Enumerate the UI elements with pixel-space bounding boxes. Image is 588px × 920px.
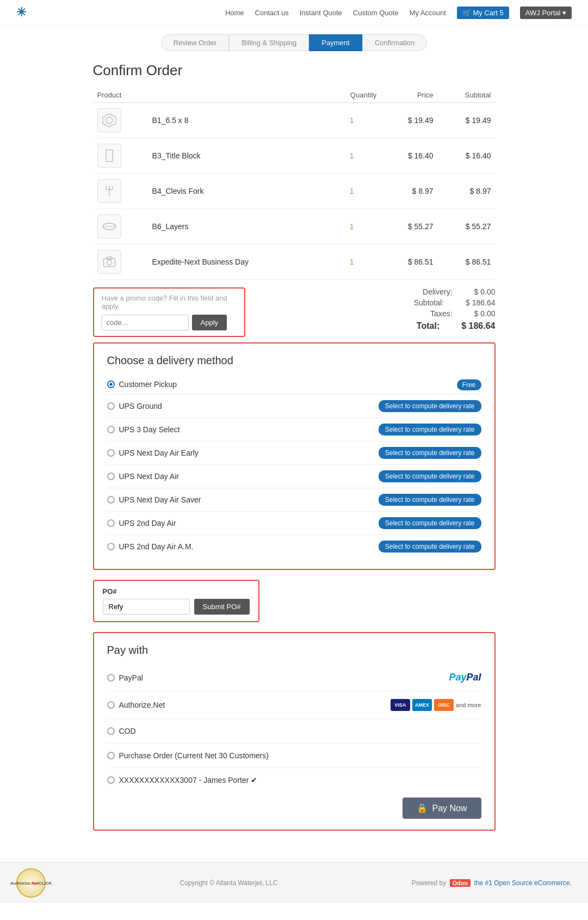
compute-rate-button[interactable]: Select to compute delivery rate — [379, 400, 481, 412]
product-name: B6_Layers — [148, 209, 323, 244]
promo-totals-area: Have a promo code? Fill in this field an… — [93, 287, 496, 337]
authorize-seal: Authorize.NetCLICK — [16, 868, 46, 898]
delivery-option[interactable]: UPS Next Day Air Select to compute deliv… — [107, 465, 481, 488]
delivery-option[interactable]: UPS 2nd Day Air Select to compute delive… — [107, 512, 481, 535]
nav-contact[interactable]: Contact us — [255, 9, 289, 17]
delivery-option-label: UPS Next Day Air Early — [119, 449, 199, 457]
delivery-label: UPS Next Day Air — [107, 472, 179, 481]
payment-radio[interactable] — [107, 674, 115, 682]
product-subtotal: $ 19.49 — [438, 103, 496, 138]
paypal-logo: PayPal — [449, 672, 481, 683]
product-image — [97, 214, 121, 238]
payment-option-label: Authorize.Net — [119, 701, 165, 709]
delivery-option-label: UPS 2nd Day Air — [119, 519, 176, 528]
radio-button[interactable] — [107, 381, 115, 388]
ecommerce-link[interactable]: the #1 Open Source eCommerce. — [474, 879, 572, 887]
product-image — [97, 250, 121, 274]
table-row: B3_Title Block 1 $ 16.40 $ 16.40 — [93, 138, 496, 174]
product-image — [97, 144, 121, 168]
payment-option[interactable]: XXXXXXXXXXXX3007 - James Porter ✔ — [107, 768, 481, 792]
col-price: Price — [381, 88, 437, 103]
product-subtotal: $ 55.27 — [438, 209, 496, 244]
delivery-option[interactable]: UPS Next Day Air Saver Select to compute… — [107, 488, 481, 512]
delivery-option[interactable]: Customer Pickup Free — [107, 375, 481, 395]
delivery-option-right: Select to compute delivery rate — [379, 424, 481, 436]
delivery-option-right: Select to compute delivery rate — [379, 494, 481, 506]
payment-option[interactable]: COD — [107, 719, 481, 744]
cart-button[interactable]: 🛒 My Cart 5 — [457, 7, 509, 19]
compute-rate-button[interactable]: Select to compute delivery rate — [379, 470, 481, 482]
delivery-option-right: Select to compute delivery rate — [379, 400, 481, 412]
apply-button[interactable]: Apply — [192, 315, 227, 330]
payment-radio[interactable] — [107, 727, 115, 735]
submit-po-button[interactable]: Submit PO# — [194, 599, 250, 615]
product-img-cell — [93, 103, 148, 138]
payment-option[interactable]: Authorize.Net VISA AMEX DISC and more — [107, 691, 481, 719]
navbar: ✳ Home Contact us Instant Quote Custom Q… — [0, 0, 588, 26]
compute-rate-button[interactable]: Select to compute delivery rate — [379, 517, 481, 529]
payment-radio[interactable] — [107, 752, 115, 759]
po-input[interactable] — [103, 599, 190, 615]
radio-button[interactable] — [107, 426, 115, 433]
step-payment[interactable]: Payment — [309, 34, 362, 51]
svg-rect-2 — [106, 150, 113, 162]
compute-rate-button[interactable]: Select to compute delivery rate — [379, 447, 481, 459]
payment-option[interactable]: PayPal PayPal — [107, 664, 481, 691]
promo-label: Have a promo code? Fill in this field an… — [102, 294, 237, 310]
payment-radio[interactable] — [107, 701, 115, 709]
delivery-option-label: UPS Next Day Air — [119, 472, 179, 481]
radio-button[interactable] — [107, 496, 115, 504]
card-icons: VISA AMEX DISC and more — [391, 699, 481, 711]
payment-title: Pay with — [107, 644, 481, 657]
nav-home[interactable]: Home — [225, 9, 244, 17]
product-name: B1_6.5 x 8 — [148, 103, 323, 138]
visa-icon: VISA — [391, 699, 410, 711]
payment-option-label: Purchase Order (Current Net 30 Customers… — [119, 751, 269, 760]
promo-input[interactable] — [102, 315, 189, 330]
radio-button[interactable] — [107, 473, 115, 480]
delivery-option-label: Customer Pickup — [119, 380, 177, 389]
payment-option-label: PayPal — [119, 673, 143, 682]
pay-now-label: Pay Now — [432, 804, 467, 813]
delivery-option[interactable]: UPS 2nd Day Air A.M. Select to compute d… — [107, 535, 481, 558]
svg-marker-0 — [103, 114, 116, 127]
total-value: $ 186.64 — [461, 321, 495, 331]
pay-now-button[interactable]: 🔒 Pay Now — [403, 798, 481, 819]
step-billing[interactable]: Billing & Shipping — [229, 34, 309, 51]
radio-button[interactable] — [107, 543, 115, 550]
nav-instant-quote[interactable]: Instant Quote — [300, 9, 342, 17]
portal-button[interactable]: AWJ Portal ▾ — [520, 7, 572, 19]
subtotal-label: Subtotal: — [414, 298, 444, 307]
step-confirmation: Confirmation — [362, 34, 428, 51]
delivery-label: UPS Ground — [107, 402, 162, 410]
product-qty: 1 — [323, 174, 381, 209]
product-img-cell — [93, 209, 148, 244]
product-image — [97, 108, 121, 132]
order-table: Product Quantity Price Subtotal B1_6.5 x… — [93, 88, 496, 280]
delivery-option-right: Select to compute delivery rate — [379, 541, 481, 553]
product-qty: 1 — [323, 209, 381, 244]
product-price: $ 86.51 — [381, 244, 437, 280]
subtotal-value: $ 186.64 — [466, 298, 496, 307]
lock-icon: 🔒 — [417, 803, 428, 813]
radio-button[interactable] — [107, 449, 115, 457]
payment-option[interactable]: Purchase Order (Current Net 30 Customers… — [107, 744, 481, 768]
compute-rate-button[interactable]: Select to compute delivery rate — [379, 541, 481, 553]
delivery-option[interactable]: UPS Ground Select to compute delivery ra… — [107, 395, 481, 418]
payment-radio[interactable] — [107, 776, 115, 784]
radio-button[interactable] — [107, 402, 115, 410]
delivery-option[interactable]: UPS Next Day Air Early Select to compute… — [107, 441, 481, 465]
nav-custom-quote[interactable]: Custom Quote — [353, 9, 399, 17]
compute-rate-button[interactable]: Select to compute delivery rate — [379, 424, 481, 436]
step-review[interactable]: Review Order — [161, 34, 229, 51]
delivery-option-right: Free — [457, 380, 481, 389]
delivery-option[interactable]: UPS 3 Day Select Select to compute deliv… — [107, 418, 481, 441]
table-row: Expedite-Next Business Day 1 $ 86.51 $ 8… — [93, 244, 496, 280]
payment-option-label: COD — [119, 727, 136, 735]
nav-my-account[interactable]: My Account — [410, 9, 446, 17]
po-label: PO# — [103, 587, 250, 596]
compute-rate-button[interactable]: Select to compute delivery rate — [379, 494, 481, 506]
delivery-label: Customer Pickup — [107, 380, 177, 389]
radio-button[interactable] — [107, 519, 115, 527]
checkout-steps: Review Order Billing & Shipping Payment … — [0, 34, 588, 51]
